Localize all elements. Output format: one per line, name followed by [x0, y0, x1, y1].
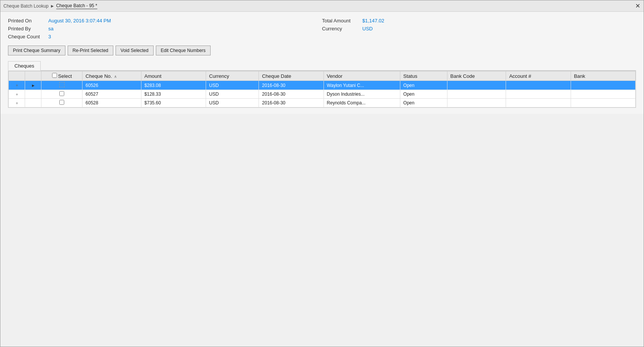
bank-code-cell: [447, 90, 506, 99]
printed-on-row: Printed On August 30, 2016 3:07:44 PM: [8, 18, 322, 24]
printed-on-label: Printed On: [8, 18, 42, 24]
amount-cell: $735.60: [141, 99, 206, 107]
expand-icon[interactable]: ＋: [15, 101, 19, 105]
vendor-cell: Waylon Yutani C...: [324, 81, 400, 90]
table-header: Select Cheque No. ∧ Amount Currency: [9, 71, 636, 81]
close-button[interactable]: ✕: [634, 2, 641, 10]
cheque-count-label: Cheque Count: [8, 34, 42, 39]
content-area: Printed On August 30, 2016 3:07:44 PM To…: [0, 12, 644, 114]
arrow-cell: [25, 90, 41, 99]
currency-cell: USD: [206, 99, 259, 107]
dashed-select-box[interactable]: [59, 82, 65, 87]
expand-cell[interactable]: ＋: [9, 81, 25, 90]
bank-cell: [571, 81, 635, 90]
bank-code-cell: [447, 81, 506, 90]
col-header-vendor: Vendor: [324, 71, 400, 81]
row-checkbox[interactable]: [59, 100, 64, 105]
expand-icon[interactable]: ＋: [15, 83, 19, 87]
edit-cheque-numbers-button[interactable]: Edit Cheque Numbers: [156, 46, 211, 55]
bank-cell: [571, 90, 635, 99]
row-checkbox[interactable]: [59, 91, 64, 96]
table-body: ＋ ► 60526 $283.08 USD 2016-08-30 Waylon …: [9, 81, 636, 107]
col-header-amount: Amount: [141, 71, 206, 81]
cheque-no-sort-icon: ∧: [114, 74, 117, 79]
table-row[interactable]: ＋ 60527 $128.33 USD 2016-08-30 Dyson Ind…: [9, 90, 636, 99]
date-cell: 2016-08-30: [259, 99, 324, 107]
bank-code-cell: [447, 99, 506, 107]
col-header-bank: Bank: [571, 71, 635, 81]
cheque-count-value: 3: [48, 34, 51, 39]
arrow-cell: [25, 99, 41, 107]
amount-cell: $128.33: [141, 90, 206, 99]
col-header-cheque-date: Cheque Date: [259, 71, 324, 81]
status-cell: Open: [400, 90, 447, 99]
date-cell: 2016-08-30: [259, 90, 324, 99]
select-cell[interactable]: [41, 90, 82, 99]
table-row[interactable]: ＋ 60528 $735.60 USD 2016-08-30 Reynolds …: [9, 99, 636, 107]
toolbar: Print Cheque Summary Re-Print Selected V…: [8, 46, 636, 55]
date-cell: 2016-08-30: [259, 81, 324, 90]
void-selected-button[interactable]: Void Selected: [116, 46, 154, 55]
print-cheque-summary-button[interactable]: Print Cheque Summary: [8, 46, 65, 55]
expand-cell[interactable]: ＋: [9, 99, 25, 107]
table-row[interactable]: ＋ ► 60526 $283.08 USD 2016-08-30 Waylon …: [9, 81, 636, 90]
bank-cell: [571, 99, 635, 107]
cheque-no-cell: 60527: [82, 90, 141, 99]
select-all-checkbox[interactable]: [52, 73, 57, 78]
breadcrumb-separator: ►: [50, 3, 55, 9]
cheque-no-cell: 60528: [82, 99, 141, 107]
vendor-cell: Dyson Industries...: [324, 90, 400, 99]
currency-cell: USD: [206, 81, 259, 90]
status-cell: Open: [400, 99, 447, 107]
currency-value: USD: [362, 26, 373, 32]
main-window: Cheque Batch Lookup ► Cheque Batch - 95 …: [0, 0, 644, 347]
account-cell: [506, 90, 571, 99]
tab-bar: Cheques: [8, 61, 636, 71]
printed-on-value: August 30, 2016 3:07:44 PM: [48, 18, 111, 24]
printed-by-row: Printed By sa: [8, 26, 322, 32]
select-cell[interactable]: [41, 81, 82, 90]
tab-cheques[interactable]: Cheques: [8, 61, 41, 71]
col-header-arrow: [25, 71, 41, 81]
cheques-table-container: Select Cheque No. ∧ Amount Currency: [8, 71, 636, 108]
cheque-count-row: Cheque Count 3: [8, 34, 322, 39]
cheques-table: Select Cheque No. ∧ Amount Currency: [8, 71, 636, 107]
status-cell: Open: [400, 81, 447, 90]
col-header-select[interactable]: Select: [41, 71, 82, 81]
account-cell: [506, 99, 571, 107]
printed-by-value: sa: [48, 26, 54, 32]
amount-cell: $283.08: [141, 81, 206, 90]
expand-icon[interactable]: ＋: [15, 92, 19, 96]
col-header-expand: [9, 71, 25, 81]
col-header-account: Account #: [506, 71, 571, 81]
title-current: Cheque Batch - 95 *: [56, 3, 97, 9]
row-arrow-icon: ►: [31, 83, 35, 88]
arrow-cell: ►: [25, 81, 41, 90]
breadcrumb-link[interactable]: Cheque Batch Lookup: [3, 3, 49, 9]
col-header-currency: Currency: [206, 71, 259, 81]
currency-row: Currency USD: [322, 26, 636, 32]
reprint-selected-button[interactable]: Re-Print Selected: [68, 46, 113, 55]
select-cell[interactable]: [41, 99, 82, 107]
title-bar: Cheque Batch Lookup ► Cheque Batch - 95 …: [0, 0, 644, 12]
expand-cell[interactable]: ＋: [9, 90, 25, 99]
meta-section: Printed On August 30, 2016 3:07:44 PM To…: [8, 18, 636, 39]
printed-by-label: Printed By: [8, 26, 42, 32]
total-amount-value: $1,147.02: [362, 18, 384, 24]
total-amount-row: Total Amount $1,147.02: [322, 18, 636, 24]
vendor-cell: Reynolds Compa...: [324, 99, 400, 107]
currency-label: Currency: [322, 26, 356, 32]
col-header-bank-code: Bank Code: [447, 71, 506, 81]
col-header-cheque-no[interactable]: Cheque No. ∧: [82, 71, 141, 81]
currency-cell: USD: [206, 90, 259, 99]
account-cell: [506, 81, 571, 90]
cheque-no-cell: 60526: [82, 81, 141, 90]
col-header-status: Status: [400, 71, 447, 81]
total-amount-label: Total Amount: [322, 18, 356, 24]
